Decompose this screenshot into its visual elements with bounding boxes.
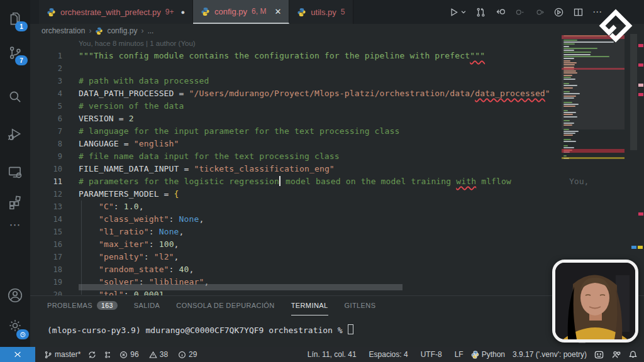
- line-number: 8: [30, 138, 79, 150]
- settings-clock-badge: [16, 329, 29, 339]
- line-content: """This config module contains the confi…: [79, 50, 485, 62]
- code-line[interactable]: 12PARAMETERS_MODEL = {: [30, 188, 644, 200]
- line-number: 3: [30, 75, 79, 87]
- errors-icon: [119, 351, 128, 359]
- more-activity-icon[interactable]: ⋯: [0, 211, 30, 239]
- code-line[interactable]: 16 "max_iter": 100,: [30, 238, 644, 251]
- terminal-prompt: (mlops-curso-py3.9) mdurango@C0000CF7QK7…: [47, 326, 347, 335]
- tab-label: orchestrate_with_prefect.py: [60, 8, 161, 17]
- code-line[interactable]: 8LANGUAGE = "english": [30, 138, 644, 150]
- overview-ruler-mark: [638, 44, 643, 47]
- panel-tab-salida[interactable]: SALIDA: [134, 296, 160, 315]
- language-mode-item[interactable]: Python: [467, 347, 509, 362]
- encoding-item[interactable]: UTF-8: [417, 347, 446, 362]
- interpreter-item[interactable]: 3.9.17 ('.venv': poetry): [509, 347, 591, 362]
- editor-vertical-scrollbar[interactable]: [630, 31, 637, 283]
- tab-utils.py[interactable]: utils.py5: [289, 0, 353, 24]
- breadcrumb-file[interactable]: config.py: [107, 26, 137, 35]
- problems-count-badge: 163: [97, 301, 118, 310]
- line-number: 7: [30, 125, 79, 138]
- run-below-icon[interactable]: [553, 7, 564, 18]
- line-number: 16: [30, 238, 79, 251]
- code-line[interactable]: 2: [30, 62, 644, 75]
- close-tab-icon[interactable]: ✕: [274, 7, 281, 16]
- python-logo-icon: [471, 351, 479, 359]
- pull-request-icon[interactable]: [475, 7, 486, 18]
- code-line[interactable]: 3# path with data processed: [30, 75, 644, 87]
- overview-ruler-mark: [631, 246, 636, 249]
- line-number: 9: [30, 150, 79, 163]
- code-line[interactable]: 9# file name data input for the text pro…: [30, 150, 644, 163]
- source-control-icon[interactable]: 7: [0, 39, 30, 67]
- terminal-cursor: [348, 324, 353, 334]
- code-line[interactable]: 1"""This config module contains the conf…: [30, 50, 644, 62]
- line-number: 19: [30, 276, 79, 288]
- line-content: "class_weight": None,: [79, 213, 204, 226]
- feedback-smiley-icon[interactable]: [591, 347, 608, 362]
- code-line[interactable]: 11# parameters for the logistic regressi…: [30, 175, 644, 188]
- tab-config.py[interactable]: config.py6, M✕: [193, 0, 289, 24]
- line-number: 10: [30, 163, 79, 175]
- run-dropdown-chevron-icon[interactable]: [460, 9, 467, 15]
- python-file-icon: [201, 7, 210, 16]
- tab-label: config.py: [214, 7, 247, 16]
- panel-tab-consola-de-depuraci-n[interactable]: CONSOLA DE DEPURACIÓN: [176, 296, 274, 315]
- vscode-window: 1 7 ⋯ orchestrate: [0, 0, 644, 362]
- run-python-file-button[interactable]: [448, 7, 467, 18]
- status-bar: master* 96 38 29 Lín. 11, col. 41 Espaci…: [0, 347, 644, 362]
- overview-ruler-mark: [638, 84, 643, 87]
- code-line[interactable]: 15 "l1_ratio": None,: [30, 226, 644, 238]
- code-line[interactable]: 7# language for the input parameter for …: [30, 125, 644, 138]
- breadcrumb-ellipsis[interactable]: ...: [147, 26, 153, 35]
- settings-gear-icon[interactable]: [0, 312, 30, 339]
- minimap[interactable]: [562, 35, 625, 170]
- panel-tab-gitlens[interactable]: GITLENS: [345, 296, 376, 315]
- terminal[interactable]: (mlops-curso-py3.9) mdurango@C0000CF7QK7…: [47, 324, 353, 335]
- line-number: 17: [30, 251, 79, 263]
- line-number: 1: [30, 50, 79, 62]
- search-icon[interactable]: [0, 83, 30, 111]
- line-content: LANGUAGE = "english": [79, 138, 179, 150]
- cursor-position-item[interactable]: Lín. 11, col. 41: [304, 347, 360, 362]
- code-line[interactable]: 6VERSION = 2: [30, 112, 644, 125]
- line-content: "C": 1.0,: [79, 200, 144, 213]
- tab-label: utils.py: [311, 8, 336, 17]
- tab-orchestrate_with_prefect.py[interactable]: orchestrate_with_prefect.py9+●: [39, 0, 193, 24]
- live-share-person-icon[interactable]: [608, 347, 625, 362]
- scm-badge: 7: [15, 55, 28, 65]
- breadcrumb-folder[interactable]: orchestration: [42, 26, 85, 35]
- code-editor[interactable]: 1"""This config module contains the conf…: [30, 50, 644, 301]
- remote-explorer-icon[interactable]: [0, 158, 30, 186]
- code-line[interactable]: 10FILE_NAME_DATA_INPUT = "tickets_classi…: [30, 163, 644, 175]
- code-line[interactable]: 5# version of the data: [30, 100, 644, 112]
- editor-horizontal-scrollbar[interactable]: [79, 284, 402, 290]
- dirty-dot-icon[interactable]: ●: [180, 8, 185, 16]
- gitlens-branch-icon: [104, 351, 112, 359]
- sync-button[interactable]: [84, 347, 100, 362]
- previous-change-icon[interactable]: [495, 7, 506, 18]
- line-content: # path with data processed: [79, 75, 209, 87]
- indentation-item[interactable]: Espacios: 4: [365, 347, 412, 362]
- git-branch-item[interactable]: master*: [40, 347, 84, 362]
- account-icon[interactable]: [0, 282, 30, 309]
- branch-name: master*: [55, 350, 80, 359]
- run-debug-icon[interactable]: [0, 121, 30, 148]
- panel-tab-problemas[interactable]: PROBLEMAS163: [47, 296, 118, 315]
- eol-item[interactable]: LF: [451, 347, 467, 362]
- gitlens-branch-button[interactable]: [100, 347, 116, 362]
- split-editor-icon[interactable]: [573, 7, 584, 18]
- code-line[interactable]: 14 "class_weight": None,: [30, 213, 644, 226]
- remote-indicator[interactable]: [0, 347, 35, 362]
- notifications-bell-icon[interactable]: [625, 347, 644, 362]
- panel-tab-terminal[interactable]: TERMINAL: [291, 296, 328, 315]
- tab-problem-badge: 9+: [165, 8, 174, 16]
- line-content: # version of the data: [79, 100, 184, 112]
- minimap-viewport[interactable]: [562, 35, 625, 129]
- code-line[interactable]: 4DATA_PATH_PROCESSED = "/Users/mdurango/…: [30, 87, 644, 100]
- line-number: 4: [30, 87, 79, 100]
- problems-item[interactable]: 96 38 29: [116, 347, 201, 362]
- code-line[interactable]: 17 "penalty": "l2",: [30, 251, 644, 263]
- explorer-icon[interactable]: 1: [0, 5, 30, 33]
- code-line[interactable]: 13 "C": 1.0,: [30, 200, 644, 213]
- line-content: FILE_NAME_DATA_INPUT = "tickets_classifi…: [79, 163, 335, 175]
